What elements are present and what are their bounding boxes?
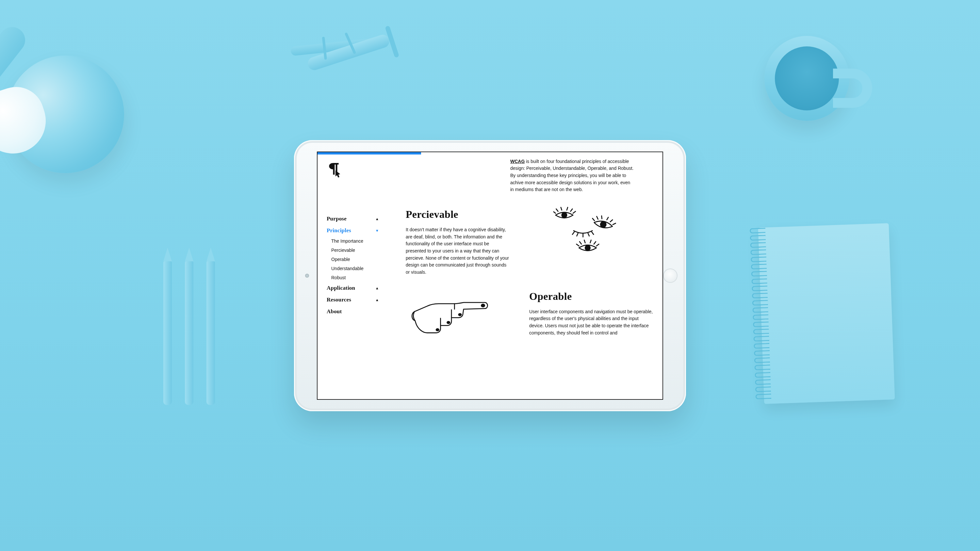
chevron-up-icon: ▲ (375, 286, 399, 290)
nav-resources[interactable]: Resources ▲ (327, 294, 399, 306)
section-operable: Operable User interface components and n… (402, 291, 653, 337)
nav-purpose[interactable]: Purpose ▲ (327, 213, 399, 225)
svg-point-5 (447, 321, 450, 324)
nav-label: Application (327, 285, 355, 291)
perceivable-heading: Percievable (406, 208, 510, 221)
nav-application[interactable]: Application ▲ (327, 282, 399, 294)
nav-label: Resources (327, 297, 351, 303)
sidebar-nav: Purpose ▲ Principles ▼ The Importance Pe… (327, 213, 399, 318)
perceivable-body: It doesn't matter if they have a cogniti… (406, 226, 510, 276)
chevron-down-icon: ▼ (375, 229, 399, 233)
notebook (748, 225, 892, 408)
operable-body: User interface components and navigation… (529, 308, 653, 337)
nav-principles[interactable]: Principles ▼ (327, 225, 399, 237)
tablet-home-button[interactable] (663, 268, 678, 283)
pencils (163, 248, 235, 405)
subnav-principles: The Importance Percievable Operable Unde… (327, 237, 399, 282)
operable-heading: Operable (529, 291, 653, 302)
section-perceivable: Percievable It doesn't matter if they ha… (402, 208, 653, 276)
subnav-perceivable[interactable]: Percievable (331, 246, 399, 255)
nav-label: Principles (327, 227, 351, 234)
subnav-robust[interactable]: Robust (331, 273, 399, 282)
svg-point-2 (585, 245, 590, 250)
subnav-importance[interactable]: The Importance (331, 237, 399, 246)
main-content: WCAG is built on four foundational princ… (402, 152, 662, 399)
chevron-up-icon: ▲ (375, 217, 399, 221)
nav-label: Purpose (327, 216, 347, 222)
coffee-mug (758, 29, 869, 134)
desk-scene: Purpose ▲ Principles ▼ The Importance Pe… (0, 0, 980, 551)
nav-label: About (327, 308, 342, 315)
site-logo-icon[interactable] (325, 161, 342, 178)
intro-body-text: is built on four foundational principles… (510, 159, 633, 192)
pointing-hand-icon (409, 291, 494, 336)
tablet-camera (305, 274, 309, 278)
intro-paragraph: WCAG is built on four foundational princ… (510, 158, 635, 193)
svg-point-0 (562, 213, 567, 218)
wcag-link[interactable]: WCAG (510, 159, 525, 164)
nav-about[interactable]: About (327, 306, 399, 318)
subnav-operable[interactable]: Operable (331, 255, 399, 264)
svg-point-6 (436, 328, 439, 331)
tablet-screen: Purpose ▲ Principles ▼ The Importance Pe… (317, 152, 663, 400)
tablet-device: Purpose ▲ Principles ▼ The Importance Pe… (294, 140, 686, 411)
subnav-understandable[interactable]: Understandable (331, 264, 399, 273)
desk-lamp (0, 10, 157, 179)
svg-point-3 (481, 304, 485, 307)
toy-plane (269, 0, 430, 124)
eyes-icon (554, 206, 622, 259)
chevron-up-icon: ▲ (375, 298, 399, 302)
svg-point-4 (458, 313, 461, 316)
